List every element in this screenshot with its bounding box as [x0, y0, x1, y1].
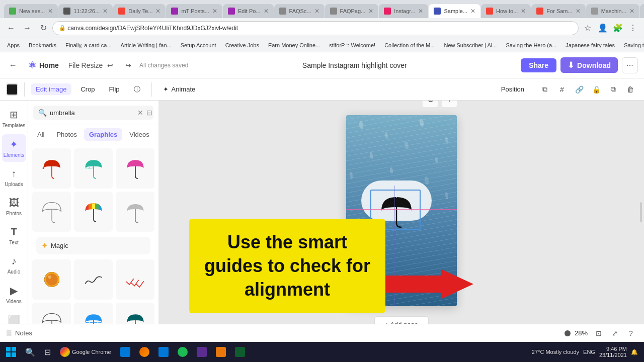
bookmark-11[interactable]: Saving the Hero (a...: [621, 40, 644, 51]
add-canvas-icon[interactable]: +: [442, 101, 457, 107]
crop-button[interactable]: Crop: [75, 83, 100, 95]
taskbar-explorer[interactable]: [116, 344, 134, 360]
graphic-item-thin-umbrella[interactable]: [32, 303, 71, 324]
delete-icon-button[interactable]: 🗑: [623, 82, 638, 97]
bookmark-1[interactable]: Finally, a card ca...: [62, 40, 115, 51]
back-nav-button[interactable]: ←: [6, 58, 20, 72]
browser-menu-button[interactable]: ⋮: [626, 21, 640, 35]
clear-search-icon[interactable]: ✕: [137, 109, 143, 117]
tab-videos[interactable]: Videos: [124, 128, 154, 141]
grid-icon-button[interactable]: #: [554, 82, 570, 97]
tab-forsa[interactable]: For Sam... ✕: [531, 4, 585, 18]
tab-new-ses[interactable]: New ses... ✕: [4, 4, 58, 18]
graphic-item-white-umbrella[interactable]: [32, 192, 71, 232]
taskbar-chrome[interactable]: Google Chrome: [56, 344, 115, 360]
notes-button[interactable]: ☰ Notes: [6, 329, 32, 337]
sidebar-item-background[interactable]: ⬜ Background: [2, 310, 26, 324]
bookmark-4[interactable]: Creative Jobs: [222, 40, 262, 51]
back-button[interactable]: ←: [4, 21, 18, 35]
search-box[interactable]: 🔍 ✕ ⊟: [33, 106, 153, 120]
bookmark-9[interactable]: Saving the Hero (a...: [503, 40, 559, 51]
home-button[interactable]: ⚛ Home: [24, 58, 63, 73]
file-menu[interactable]: File: [67, 58, 81, 72]
tab-graphics[interactable]: Graphics: [84, 128, 122, 141]
resize-menu[interactable]: Resize: [85, 58, 99, 72]
graphic-item-checkmarks[interactable]: [116, 259, 154, 300]
tab-masc[interactable]: Maschin... ✕: [586, 4, 639, 18]
extensions-button[interactable]: 🧩: [611, 21, 625, 35]
bookmark-8[interactable]: New Subscriber | Al...: [441, 40, 500, 51]
help-button[interactable]: ?: [624, 326, 638, 340]
zoom-slider-thumb[interactable]: [565, 330, 571, 336]
taskbar-item-6[interactable]: [212, 344, 230, 360]
tab-sample[interactable]: Sample... ✕: [429, 4, 480, 18]
add-page-button[interactable]: + Add page: [374, 316, 429, 324]
bookmark-10[interactable]: Japanese fairy tales: [562, 40, 618, 51]
taskbar-item-5[interactable]: [193, 344, 211, 360]
sidebar-item-text[interactable]: T Text: [2, 222, 26, 249]
graphic-item-gray-umbrella[interactable]: [116, 192, 154, 232]
graphic-item-blue-umbrella[interactable]: [74, 303, 113, 324]
sidebar-item-videos[interactable]: ▶ Videos: [2, 281, 26, 308]
taskbar-music[interactable]: [174, 344, 192, 360]
bookmark-7[interactable]: Collection of the M...: [381, 40, 438, 51]
lock-icon-button[interactable]: 🔒: [589, 82, 604, 97]
position-button[interactable]: Position: [496, 83, 529, 95]
address-bar[interactable]: 🔒 canva.com/design/DAEwjSRofeY/4UliTKhnd…: [52, 21, 579, 35]
graphic-item-teal-umbrella[interactable]: [74, 148, 113, 189]
tab-photos[interactable]: Photos: [51, 128, 82, 141]
bookmark-3[interactable]: Setup Account: [178, 40, 219, 51]
sidebar-item-photos[interactable]: 🖼 Photos: [2, 193, 26, 220]
taskbar-mail[interactable]: [154, 344, 173, 360]
sidebar-item-templates[interactable]: ⊞ Templates: [2, 105, 26, 132]
copy-canvas-icon[interactable]: ⧉: [423, 101, 438, 107]
download-button[interactable]: ⬇ Download: [560, 57, 618, 73]
graphic-item-scribble[interactable]: [74, 259, 113, 300]
magic-button[interactable]: ✦ Magic: [36, 237, 150, 254]
taskbar-item-7[interactable]: [231, 344, 249, 360]
tab-insta[interactable]: Instagr... ✕: [379, 4, 428, 18]
page-view-button[interactable]: ⊡: [592, 326, 606, 340]
sidebar-item-audio[interactable]: ♪ Audio: [2, 251, 26, 279]
color-swatch[interactable]: [6, 83, 18, 96]
undo-button[interactable]: ↩: [103, 58, 117, 72]
bookmark-5[interactable]: Earn Money Online...: [265, 40, 323, 51]
bookmark-apps[interactable]: Apps: [4, 40, 23, 51]
forward-button[interactable]: →: [20, 21, 34, 35]
notification-icon[interactable]: 🔔: [631, 349, 638, 355]
graphic-item-red-umbrella[interactable]: [32, 148, 71, 189]
reload-button[interactable]: ↻: [36, 21, 50, 35]
tab-faqp[interactable]: FAQPag... ✕: [325, 4, 379, 18]
more-options-button[interactable]: ···: [622, 57, 638, 73]
tab-clock[interactable]: 11:22:26... ✕: [58, 4, 113, 18]
graphic-item-pink-umbrella[interactable]: [116, 148, 154, 189]
tab-faqsc[interactable]: FAQSc... ✕: [274, 4, 325, 18]
flip-button[interactable]: Flip: [104, 83, 125, 95]
redo-button[interactable]: ↪: [121, 58, 135, 72]
taskbar-taskview[interactable]: ⊟: [40, 344, 55, 360]
start-button[interactable]: [2, 344, 20, 360]
graphic-item-orange-circle[interactable]: [32, 259, 71, 300]
tab-edit-po[interactable]: Edit Po... ✕: [223, 4, 274, 18]
graphic-item-multicolor-umbrella[interactable]: [74, 192, 113, 232]
edit-image-button[interactable]: Edit image: [31, 83, 71, 95]
link-icon-button[interactable]: 🔗: [572, 82, 587, 97]
tab-posts[interactable]: mT Posts... ✕: [166, 4, 222, 18]
share-button[interactable]: Share: [521, 58, 556, 72]
bookmark-button[interactable]: ☆: [581, 21, 595, 35]
copy-icon-button[interactable]: ⧉: [537, 82, 552, 97]
duplicate-icon-button[interactable]: ⧉: [606, 82, 621, 97]
filter-icon[interactable]: ⊟: [146, 109, 152, 117]
animate-button[interactable]: ✦ Animate: [158, 83, 201, 95]
taskbar-search[interactable]: 🔍: [21, 344, 39, 360]
info-button[interactable]: ⓘ: [129, 83, 145, 96]
tab-howto[interactable]: How to... ✕: [481, 4, 531, 18]
tab-all[interactable]: All: [32, 128, 49, 141]
bookmark-6[interactable]: stiforP :: Welcome!: [326, 40, 378, 51]
search-input[interactable]: [50, 109, 134, 117]
bookmark-2[interactable]: Article Writing | fan...: [118, 40, 175, 51]
bookmark-bookmarks[interactable]: Bookmarks: [26, 40, 59, 51]
tab-daily[interactable]: Daily Te... ✕: [113, 4, 166, 18]
graphic-item-dark-teal-umbrella[interactable]: [116, 303, 154, 324]
sidebar-item-uploads[interactable]: ↑ Uploads: [2, 164, 26, 191]
